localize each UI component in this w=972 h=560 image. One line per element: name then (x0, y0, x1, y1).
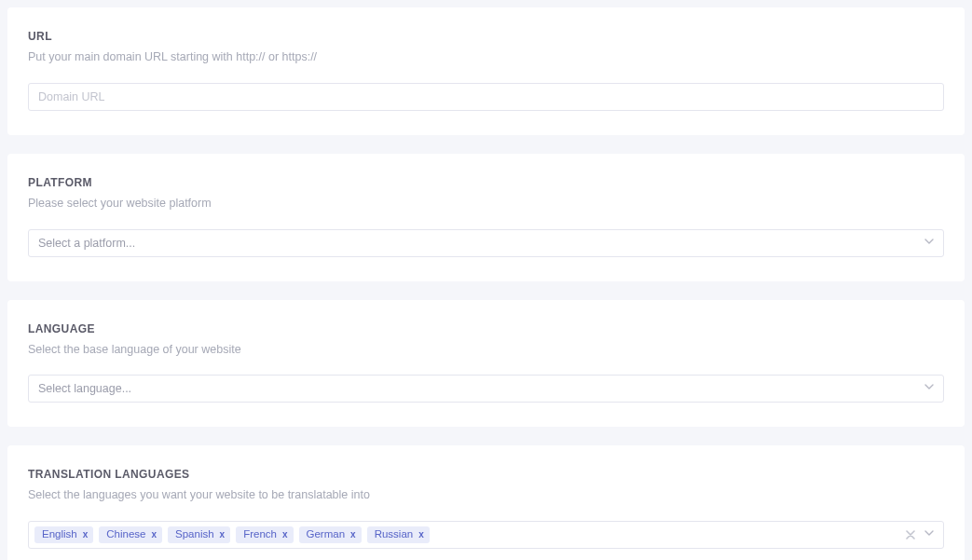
translation-card: TRANSLATION LANGUAGES Select the languag… (7, 445, 965, 560)
chevron-down-icon (924, 239, 934, 248)
tag-remove-icon[interactable]: x (350, 530, 356, 540)
translation-help: Select the languages you want your websi… (28, 486, 944, 504)
language-select[interactable]: Select language... (28, 375, 944, 403)
tag-label: French (243, 529, 277, 540)
tag-label: German (307, 529, 346, 540)
url-card: URL Put your main domain URL starting wi… (7, 7, 965, 135)
tag: Spanish x (168, 526, 230, 543)
tag-label: English (42, 529, 77, 540)
tag: French x (236, 526, 293, 543)
tag-label: Chinese (106, 529, 145, 540)
tag-remove-icon[interactable]: x (151, 530, 157, 540)
language-card: LANGUAGE Select the base language of you… (7, 300, 965, 428)
language-select-placeholder: Select language... (38, 382, 131, 395)
multiselect-actions (906, 528, 938, 541)
url-help: Put your main domain URL starting with h… (28, 48, 944, 66)
language-help: Select the base language of your website (28, 341, 944, 359)
platform-select[interactable]: Select a platform... (28, 229, 944, 257)
url-input[interactable] (28, 83, 944, 111)
clear-all-icon[interactable] (906, 528, 915, 541)
chevron-down-icon (924, 384, 934, 393)
translation-tags: English x Chinese x Spanish x French x G… (34, 526, 900, 543)
tag: English x (34, 526, 93, 543)
tag-label: Russian (375, 529, 414, 540)
translation-title: TRANSLATION LANGUAGES (28, 468, 944, 481)
language-title: LANGUAGE (28, 322, 944, 335)
tag-remove-icon[interactable]: x (282, 530, 288, 540)
tag: Russian x (367, 526, 430, 543)
tag: German x (299, 526, 362, 543)
tag-label: Spanish (175, 529, 214, 540)
tag-remove-icon[interactable]: x (83, 530, 89, 540)
chevron-down-icon[interactable] (924, 530, 934, 540)
tag: Chinese x (99, 526, 162, 543)
translation-multiselect[interactable]: English x Chinese x Spanish x French x G… (28, 521, 944, 549)
tag-remove-icon[interactable]: x (220, 530, 226, 540)
platform-card: PLATFORM Please select your website plat… (7, 154, 965, 281)
tag-remove-icon[interactable]: x (418, 530, 424, 540)
url-title: URL (28, 30, 944, 43)
platform-help: Please select your website platform (28, 195, 944, 212)
platform-select-placeholder: Select a platform... (38, 237, 135, 250)
platform-title: PLATFORM (28, 176, 944, 189)
